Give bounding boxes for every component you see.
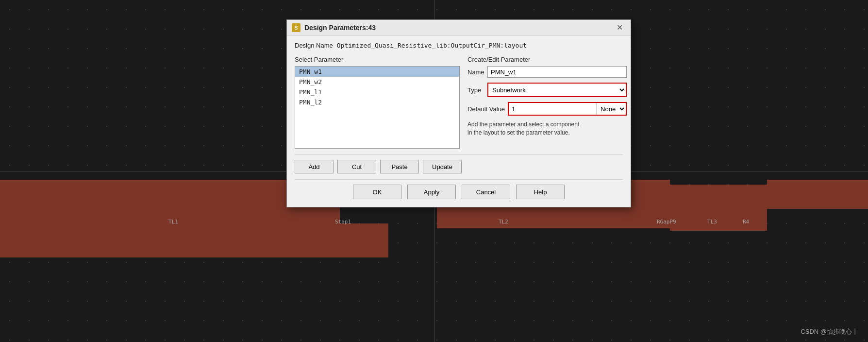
apply-button[interactable]: Apply <box>407 185 456 199</box>
dialog-body: Design Name Optimized_Quasi_Resistive_li… <box>287 36 631 207</box>
type-row: Type Subnetwork String Integer Float <box>467 83 627 97</box>
param-item-pmn-l2[interactable]: PMN_l2 <box>295 97 459 107</box>
default-value-wrapper: None m um nm <box>508 102 627 116</box>
type-label: Type <box>467 86 484 94</box>
param-item-pmn-w2[interactable]: PMN_w2 <box>295 77 459 87</box>
ok-button[interactable]: OK <box>353 185 401 199</box>
bottom-buttons: OK Apply Cancel Help <box>295 179 623 199</box>
dialog-titlebar: S Design Parameters:43 ✕ <box>287 20 631 36</box>
create-edit-label: Create/Edit Parameter <box>467 56 627 63</box>
left-column: Select Parameter PMN_w1 PMN_w2 PMN_l1 PM… <box>295 56 460 149</box>
cancel-button[interactable]: Cancel <box>462 185 510 199</box>
dialog-title-left: S Design Parameters:43 <box>292 23 376 32</box>
default-value-label: Default Value <box>467 105 505 113</box>
type-select-wrapper: Subnetwork String Integer Float <box>487 83 627 97</box>
bg-label-stap1: Stap1 <box>335 219 351 225</box>
design-name-label: Design Name <box>295 42 333 49</box>
type-select[interactable]: Subnetwork String Integer Float <box>488 84 626 96</box>
name-row: Name <box>467 66 627 78</box>
name-label: Name <box>467 68 484 76</box>
two-col-layout: Select Parameter PMN_w1 PMN_w2 PMN_l1 PM… <box>295 56 623 149</box>
default-value-input[interactable] <box>509 103 596 115</box>
bg-label-tl2: TL2 <box>499 219 508 225</box>
cut-button[interactable]: Cut <box>337 160 376 173</box>
watermark: CSDN @怡步晚心丨 <box>801 327 858 336</box>
default-value-row: Default Value None m um nm <box>467 102 627 116</box>
paste-button[interactable]: Paste <box>380 160 419 173</box>
help-button[interactable]: Help <box>516 185 565 199</box>
bg-rect-2 <box>340 223 388 257</box>
unit-select[interactable]: None m um nm <box>596 103 626 115</box>
bg-label-tl1: TL1 <box>168 219 178 225</box>
close-button[interactable]: ✕ <box>614 23 626 33</box>
name-input[interactable] <box>487 66 627 78</box>
bg-rect-5 <box>670 185 767 231</box>
hint-text: Add the parameter and select a component… <box>467 120 627 137</box>
add-button[interactable]: Add <box>295 160 334 173</box>
action-buttons: Add Cut Paste Update <box>295 154 623 173</box>
bg-label-tl3: TL3 <box>707 219 717 225</box>
design-name-row: Design Name Optimized_Quasi_Resistive_li… <box>295 42 623 49</box>
parameter-list[interactable]: PMN_w1 PMN_w2 PMN_l1 PMN_l2 <box>295 66 460 149</box>
param-item-pmn-l1[interactable]: PMN_l1 <box>295 87 459 97</box>
right-column: Create/Edit Parameter Name Type Subnetwo… <box>467 56 627 149</box>
dialog-icon: S <box>292 23 300 32</box>
param-item-pmn-w1[interactable]: PMN_w1 <box>295 67 459 77</box>
dialog-title: Design Parameters:43 <box>304 24 376 32</box>
update-button[interactable]: Update <box>423 160 462 173</box>
design-parameters-dialog: S Design Parameters:43 ✕ Design Name Opt… <box>286 19 631 207</box>
design-name-value: Optimized_Quasi_Resistive_lib:OutputCir_… <box>337 42 527 49</box>
bg-label-rgapp9: RGapP9 <box>657 219 676 225</box>
select-parameter-label: Select Parameter <box>295 56 460 63</box>
bg-rect-6 <box>767 180 868 209</box>
bg-label-r4: R4 <box>743 219 749 225</box>
